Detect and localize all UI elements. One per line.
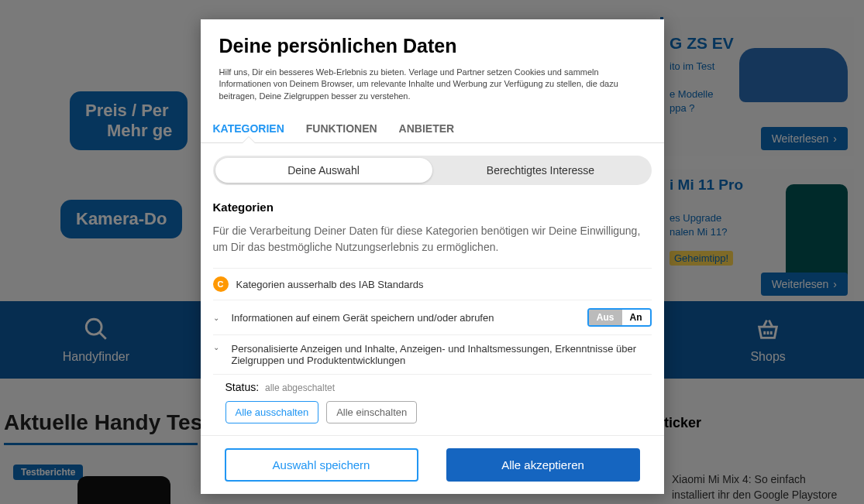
row-outside-iab[interactable]: C Kategorien ausserhalb des IAB Standard… — [213, 268, 652, 300]
row-label: Personalisierte Anzeigen und Inhalte, An… — [232, 343, 652, 366]
all-off-button[interactable]: Alle ausschalten — [225, 401, 319, 423]
row-label: Kategorien ausserhalb des IAB Standards — [236, 279, 424, 290]
toggle-off[interactable]: Aus — [589, 310, 622, 325]
modal-tabs: KATEGORIEN FUNKTIONEN ANBIETER — [201, 115, 664, 143]
toggle-store-info[interactable]: Aus An — [587, 308, 652, 327]
row-label: Informationen auf einem Gerät speichern … — [232, 312, 494, 324]
modal-description: Hilf uns, Dir ein besseres Web-Erlebnis … — [219, 67, 645, 102]
chevron-down-icon: ⌄ — [213, 314, 219, 322]
tab-funktionen[interactable]: FUNKTIONEN — [306, 115, 377, 142]
segment-interest[interactable]: Berechtigtes Interesse — [432, 158, 649, 183]
tab-anbieter[interactable]: ANBIETER — [399, 115, 455, 142]
accept-all-button[interactable]: Alle akzeptieren — [446, 448, 640, 482]
consent-modal: Deine persönlichen Daten Hilf uns, Dir e… — [201, 19, 664, 494]
categories-heading: Kategorien — [213, 201, 652, 214]
segment-choice[interactable]: Deine Auswahl — [215, 158, 432, 183]
chevron-down-icon: ⌄ — [213, 343, 219, 351]
modal-title: Deine persönlichen Daten — [219, 35, 645, 57]
categories-desc: Für die Verarbeitung Deiner Daten für di… — [213, 223, 652, 255]
segment-control: Deine Auswahl Berechtigtes Interesse — [213, 156, 652, 185]
category-badge-icon: C — [213, 276, 229, 292]
row-personalized[interactable]: ⌄ Personalisierte Anzeigen und Inhalte, … — [213, 334, 652, 375]
all-on-button[interactable]: Alle einschalten — [326, 401, 417, 423]
toggle-on[interactable]: An — [622, 310, 650, 325]
tab-kategorien[interactable]: KATEGORIEN — [213, 115, 284, 142]
status-row: Status: alle abgeschaltet — [213, 375, 652, 401]
row-store-info[interactable]: ⌄ Informationen auf einem Gerät speicher… — [213, 300, 652, 334]
save-selection-button[interactable]: Auswahl speichern — [225, 448, 418, 482]
